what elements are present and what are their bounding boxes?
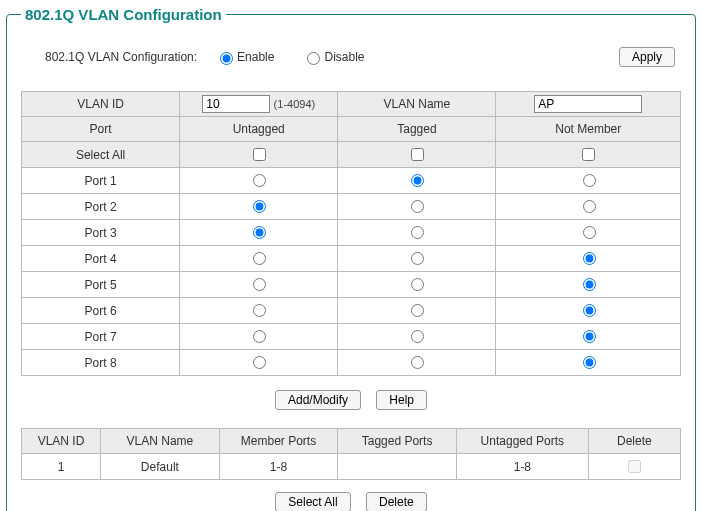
port-untagged-radio[interactable] — [253, 304, 266, 317]
port-row: Port 3 — [22, 220, 681, 246]
port-label: Port 2 — [22, 194, 180, 220]
port-label: Port 8 — [22, 350, 180, 376]
port-not_member-radio[interactable] — [583, 330, 596, 343]
vlan-row: 1Default1-81-8 — [22, 454, 681, 480]
port-untagged-radio[interactable] — [253, 200, 266, 213]
port-untagged-radio[interactable] — [253, 252, 266, 265]
add-modify-button[interactable]: Add/Modify — [275, 390, 361, 410]
port-label: Port 3 — [22, 220, 180, 246]
port-tagged-radio[interactable] — [411, 356, 424, 369]
enable-radio[interactable] — [220, 52, 233, 65]
list-hdr-member: Member Ports — [219, 429, 338, 454]
port-row: Port 6 — [22, 298, 681, 324]
vlan-config-panel: 802.1Q VLAN Configuration 802.1Q VLAN Co… — [6, 6, 696, 511]
hdr-vlan-id: VLAN ID — [22, 92, 180, 117]
port-untagged-radio[interactable] — [253, 278, 266, 291]
disable-option[interactable]: Disable — [302, 49, 364, 65]
delete-button[interactable]: Delete — [366, 492, 427, 511]
port-row: Port 1 — [22, 168, 681, 194]
list-buttons: Select All Delete — [21, 492, 681, 511]
port-buttons: Add/Modify Help — [21, 390, 681, 410]
port-label: Port 1 — [22, 168, 180, 194]
disable-label: Disable — [324, 50, 364, 64]
config-row: 802.1Q VLAN Configuration: Enable Disabl… — [45, 47, 681, 67]
config-label: 802.1Q VLAN Configuration: — [45, 50, 197, 64]
port-row: Port 4 — [22, 246, 681, 272]
vlan-id-range: (1-4094) — [274, 98, 316, 110]
port-tagged-radio[interactable] — [411, 330, 424, 343]
port-tagged-radio[interactable] — [411, 200, 424, 213]
vlan-cell-id: 1 — [22, 454, 101, 480]
list-hdr-id: VLAN ID — [22, 429, 101, 454]
list-hdr-delete: Delete — [588, 429, 680, 454]
port-row: Port 8 — [22, 350, 681, 376]
port-row: Port 7 — [22, 324, 681, 350]
select-all-tagged[interactable] — [411, 148, 424, 161]
port-not_member-radio[interactable] — [583, 200, 596, 213]
hdr-notmember: Not Member — [496, 117, 681, 142]
vlan-name-input[interactable] — [534, 95, 642, 113]
vlan-cell-name: Default — [101, 454, 220, 480]
select-all-untagged[interactable] — [253, 148, 266, 161]
hdr-untagged: Untagged — [180, 117, 338, 142]
port-label: Port 5 — [22, 272, 180, 298]
port-label: Port 4 — [22, 246, 180, 272]
port-untagged-radio[interactable] — [253, 174, 266, 187]
port-not_member-radio[interactable] — [583, 174, 596, 187]
port-config-table: VLAN ID (1-4094) VLAN Name Port Untagged… — [21, 91, 681, 376]
port-untagged-radio[interactable] — [253, 356, 266, 369]
port-tagged-radio[interactable] — [411, 278, 424, 291]
port-not_member-radio[interactable] — [583, 278, 596, 291]
vlan-list-table: VLAN ID VLAN Name Member Ports Tagged Po… — [21, 428, 681, 480]
port-tagged-radio[interactable] — [411, 174, 424, 187]
vlan-id-input[interactable] — [202, 95, 270, 113]
hdr-port: Port — [22, 117, 180, 142]
port-untagged-radio[interactable] — [253, 226, 266, 239]
port-not_member-radio[interactable] — [583, 252, 596, 265]
vlan-cell-tagged — [338, 454, 457, 480]
vlan-delete-checkbox — [628, 460, 641, 473]
panel-title: 802.1Q VLAN Configuration — [21, 6, 226, 23]
port-untagged-radio[interactable] — [253, 330, 266, 343]
help-button[interactable]: Help — [376, 390, 427, 410]
apply-button[interactable]: Apply — [619, 47, 675, 67]
port-label: Port 7 — [22, 324, 180, 350]
port-tagged-radio[interactable] — [411, 304, 424, 317]
enable-option[interactable]: Enable — [215, 49, 274, 65]
vlan-cell-member: 1-8 — [219, 454, 338, 480]
port-row: Port 5 — [22, 272, 681, 298]
select-all-button[interactable]: Select All — [275, 492, 350, 511]
port-not_member-radio[interactable] — [583, 226, 596, 239]
enable-label: Enable — [237, 50, 274, 64]
port-tagged-radio[interactable] — [411, 252, 424, 265]
disable-radio[interactable] — [307, 52, 320, 65]
vlan-cell-untagged: 1-8 — [456, 454, 588, 480]
port-label: Port 6 — [22, 298, 180, 324]
port-row: Port 2 — [22, 194, 681, 220]
select-all-notmember[interactable] — [582, 148, 595, 161]
port-tagged-radio[interactable] — [411, 226, 424, 239]
hdr-tagged: Tagged — [338, 117, 496, 142]
port-not_member-radio[interactable] — [583, 304, 596, 317]
hdr-vlan-name: VLAN Name — [338, 92, 496, 117]
port-not_member-radio[interactable] — [583, 356, 596, 369]
row-select-all-label: Select All — [22, 142, 180, 168]
list-hdr-untagged: Untagged Ports — [456, 429, 588, 454]
list-hdr-tagged: Tagged Ports — [338, 429, 457, 454]
list-hdr-name: VLAN Name — [101, 429, 220, 454]
